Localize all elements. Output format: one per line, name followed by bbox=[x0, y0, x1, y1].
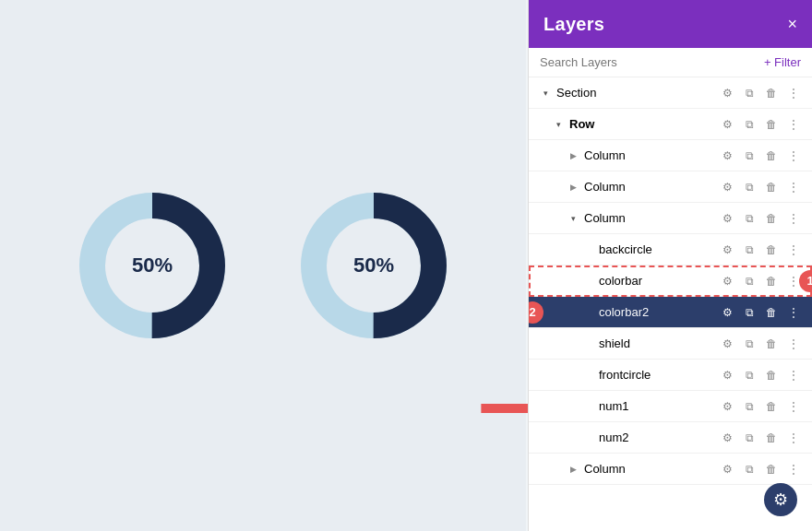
layer-gear-colorbar2[interactable]: ⚙ bbox=[718, 303, 736, 322]
layer-dots-column4[interactable]: ⋮ bbox=[784, 460, 803, 478]
layer-item-column1[interactable]: ▶Column⚙⧉🗑⋮ bbox=[529, 140, 812, 171]
layer-name-shield: shield bbox=[599, 336, 718, 350]
settings-icon[interactable]: ⚙ bbox=[764, 483, 797, 516]
layer-actions-section: ⚙⧉🗑⋮ bbox=[718, 84, 803, 102]
layer-name-row: Row bbox=[569, 117, 718, 131]
layer-toggle-backcircle[interactable] bbox=[580, 242, 595, 257]
layer-toggle-frontcircle[interactable] bbox=[580, 368, 595, 383]
layer-toggle-shield[interactable] bbox=[580, 336, 595, 351]
layer-gear-backcircle[interactable]: ⚙ bbox=[718, 241, 736, 259]
settings-icon-glyph: ⚙ bbox=[773, 490, 788, 510]
layers-panel: Layers × + Filter ▾Section⚙⧉🗑⋮▾Row⚙⧉🗑⋮▶C… bbox=[528, 0, 812, 531]
layer-trash-row[interactable]: 🗑 bbox=[762, 115, 781, 134]
layer-copy-colorbar[interactable]: ⧉ bbox=[740, 272, 758, 290]
layer-trash-column3[interactable]: 🗑 bbox=[762, 209, 781, 228]
layer-toggle-colorbar[interactable] bbox=[580, 274, 595, 289]
layer-trash-backcircle[interactable]: 🗑 bbox=[762, 241, 781, 259]
layer-item-colorbar2[interactable]: colorbar2⚙⧉🗑⋮2 bbox=[529, 297, 812, 328]
layer-name-column4: Column bbox=[584, 462, 718, 476]
layer-copy-shield[interactable]: ⧉ bbox=[740, 335, 758, 353]
layer-item-section[interactable]: ▾Section⚙⧉🗑⋮ bbox=[529, 77, 812, 109]
layer-item-colorbar[interactable]: colorbar⚙⧉🗑⋮1 bbox=[529, 266, 812, 297]
layer-copy-column2[interactable]: ⧉ bbox=[740, 178, 758, 196]
search-row: + Filter bbox=[529, 48, 812, 77]
layer-gear-column1[interactable]: ⚙ bbox=[718, 147, 736, 165]
layer-dots-section[interactable]: ⋮ bbox=[784, 84, 803, 102]
layer-item-num1[interactable]: num1⚙⧉🗑⋮ bbox=[529, 391, 812, 422]
layer-item-num2[interactable]: num2⚙⧉🗑⋮ bbox=[529, 422, 812, 454]
layer-gear-row[interactable]: ⚙ bbox=[718, 115, 736, 134]
layer-name-column2: Column bbox=[584, 180, 718, 194]
layer-toggle-column2[interactable]: ▶ bbox=[566, 180, 580, 195]
layer-name-backcircle: backcircle bbox=[599, 242, 718, 256]
layer-toggle-column3[interactable]: ▾ bbox=[566, 211, 580, 226]
layer-copy-frontcircle[interactable]: ⧉ bbox=[740, 366, 758, 384]
layer-gear-num1[interactable]: ⚙ bbox=[718, 397, 736, 416]
layer-gear-frontcircle[interactable]: ⚙ bbox=[718, 366, 736, 384]
layer-name-column3: Column bbox=[584, 211, 718, 225]
filter-button[interactable]: + Filter bbox=[764, 55, 801, 69]
layer-gear-column4[interactable]: ⚙ bbox=[718, 460, 736, 478]
close-button[interactable]: × bbox=[787, 16, 797, 32]
donut-chart-2: 50% bbox=[291, 183, 457, 348]
search-input[interactable] bbox=[540, 55, 757, 69]
layer-dots-frontcircle[interactable]: ⋮ bbox=[784, 366, 803, 384]
layer-trash-num1[interactable]: 🗑 bbox=[762, 397, 781, 416]
layer-trash-column4[interactable]: 🗑 bbox=[762, 460, 781, 478]
layer-copy-num1[interactable]: ⧉ bbox=[740, 397, 758, 416]
layer-item-frontcircle[interactable]: frontcircle⚙⧉🗑⋮ bbox=[529, 360, 812, 391]
layer-trash-section[interactable]: 🗑 bbox=[762, 84, 781, 102]
layer-toggle-section[interactable]: ▾ bbox=[538, 86, 553, 100]
layer-trash-colorbar2[interactable]: 🗑 bbox=[762, 303, 781, 322]
layer-actions-colorbar2: ⚙⧉🗑⋮ bbox=[718, 303, 803, 322]
layer-dots-num1[interactable]: ⋮ bbox=[784, 397, 803, 416]
layer-copy-column1[interactable]: ⧉ bbox=[740, 147, 758, 165]
layer-copy-column3[interactable]: ⧉ bbox=[740, 209, 758, 228]
layer-toggle-column4[interactable]: ▶ bbox=[566, 462, 580, 477]
layer-trash-colorbar[interactable]: 🗑 bbox=[762, 272, 781, 290]
layer-name-frontcircle: frontcircle bbox=[599, 368, 718, 382]
layer-trash-num2[interactable]: 🗑 bbox=[762, 429, 781, 447]
layer-gear-num2[interactable]: ⚙ bbox=[718, 429, 736, 447]
layer-copy-row[interactable]: ⧉ bbox=[740, 115, 758, 134]
layer-item-backcircle[interactable]: backcircle⚙⧉🗑⋮ bbox=[529, 234, 812, 266]
layer-trash-column2[interactable]: 🗑 bbox=[762, 178, 781, 196]
layer-toggle-colorbar2[interactable] bbox=[580, 305, 595, 320]
layer-item-column2[interactable]: ▶Column⚙⧉🗑⋮ bbox=[529, 171, 812, 203]
layer-dots-colorbar2[interactable]: ⋮ bbox=[784, 303, 803, 322]
layer-copy-colorbar2[interactable]: ⧉ bbox=[740, 303, 758, 322]
layer-copy-backcircle[interactable]: ⧉ bbox=[740, 241, 758, 259]
layer-toggle-row[interactable]: ▾ bbox=[551, 117, 566, 132]
layer-trash-column1[interactable]: 🗑 bbox=[762, 147, 781, 165]
layer-copy-num2[interactable]: ⧉ bbox=[740, 429, 758, 447]
layer-dots-num2[interactable]: ⋮ bbox=[784, 429, 803, 447]
layer-item-row[interactable]: ▾Row⚙⧉🗑⋮ bbox=[529, 109, 812, 140]
layer-copy-section[interactable]: ⧉ bbox=[740, 84, 758, 102]
layer-dots-backcircle[interactable]: ⋮ bbox=[784, 241, 803, 259]
layer-gear-section[interactable]: ⚙ bbox=[718, 84, 736, 102]
layer-toggle-num2[interactable] bbox=[580, 431, 595, 445]
layer-toggle-column1[interactable]: ▶ bbox=[566, 148, 580, 163]
layer-trash-shield[interactable]: 🗑 bbox=[762, 335, 781, 353]
layer-name-num2: num2 bbox=[599, 431, 718, 444]
layer-item-column4[interactable]: ▶Column⚙⧉🗑⋮ bbox=[529, 454, 812, 485]
layer-dots-column2[interactable]: ⋮ bbox=[784, 178, 803, 196]
layer-item-shield[interactable]: shield⚙⧉🗑⋮ bbox=[529, 328, 812, 360]
layer-gear-column3[interactable]: ⚙ bbox=[718, 209, 736, 228]
layer-actions-column3: ⚙⧉🗑⋮ bbox=[718, 209, 803, 228]
layer-gear-colorbar[interactable]: ⚙ bbox=[718, 272, 736, 290]
layer-actions-colorbar: ⚙⧉🗑⋮ bbox=[718, 272, 803, 290]
layer-toggle-num1[interactable] bbox=[580, 399, 595, 414]
layer-dots-shield[interactable]: ⋮ bbox=[784, 335, 803, 353]
layer-item-column3[interactable]: ▾Column⚙⧉🗑⋮ bbox=[529, 203, 812, 234]
layer-name-colorbar: colorbar bbox=[599, 274, 718, 288]
layer-dots-column3[interactable]: ⋮ bbox=[784, 209, 803, 228]
layer-gear-shield[interactable]: ⚙ bbox=[718, 335, 736, 353]
layer-name-num1: num1 bbox=[599, 399, 718, 413]
layer-trash-frontcircle[interactable]: 🗑 bbox=[762, 366, 781, 384]
layer-actions-column2: ⚙⧉🗑⋮ bbox=[718, 178, 803, 196]
layer-dots-column1[interactable]: ⋮ bbox=[784, 147, 803, 165]
layer-copy-column4[interactable]: ⧉ bbox=[740, 460, 758, 478]
layer-dots-row[interactable]: ⋮ bbox=[784, 115, 803, 134]
layer-gear-column2[interactable]: ⚙ bbox=[718, 178, 736, 196]
